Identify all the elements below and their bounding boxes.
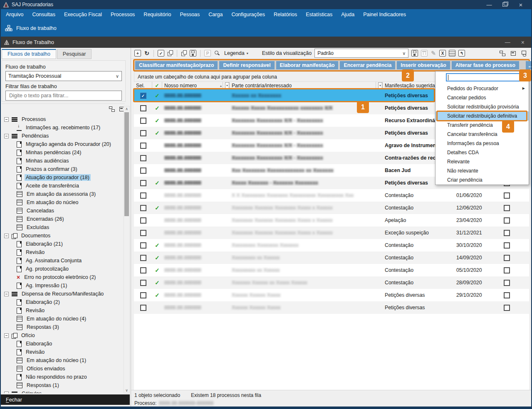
menu-item-arquivo[interactable]: Arquivo	[6, 12, 23, 17]
menu-item-informacoes-da-pessoa[interactable]: Informações da pessoa	[435, 139, 529, 148]
row-flag-checkbox[interactable]	[504, 205, 510, 211]
row-select-checkbox[interactable]	[140, 255, 146, 261]
tree-item-erro-no-protocolo-eletronico-2[interactable]: ×Erro no protocolo eletrônico (2)	[1, 273, 124, 281]
menu-item-estatisticas[interactable]: Estatísticas	[306, 12, 332, 17]
close-icon[interactable]: ×	[513, 0, 529, 9]
tree-item-atuacao-do-procurador-18[interactable]: Atuação do procurador (18)	[1, 173, 124, 182]
row-flag-checkbox[interactable]	[504, 242, 510, 249]
scroll-down-icon[interactable]: ∨	[124, 388, 129, 392]
context-menu-filter-input[interactable]	[446, 73, 522, 81]
menu-item-ajuda[interactable]: Ajuda	[341, 12, 354, 17]
row-flag-checkbox[interactable]	[504, 292, 510, 298]
tree-item-intimacoes-ag-recebimento-17[interactable]: Intimações ag. recebimento (17)	[1, 123, 124, 132]
tree-item-em-atuacao-do-nucleo-4[interactable]: Em atuação do núcleo (4)	[1, 315, 124, 323]
tree-item-respostas-3[interactable]: Respostas (3)	[1, 323, 124, 331]
tree-item-minhas-audiencias[interactable]: Minhas audiências	[1, 157, 124, 165]
tree-scrollbar[interactable]: ∧ ∨	[124, 106, 130, 393]
row-select-checkbox[interactable]	[140, 130, 146, 136]
tree-expander-icon[interactable]	[4, 117, 9, 122]
row-select-checkbox[interactable]	[140, 292, 146, 298]
expand-tree-icon[interactable]	[500, 50, 505, 56]
header-parte-contraria[interactable]: Parte contrária/interessado	[230, 82, 376, 89]
select-all-icon[interactable]: ✓	[158, 50, 164, 57]
menu-item-cancelar-transferencia[interactable]: Cancelar transferência	[435, 130, 529, 139]
row-select-checkbox[interactable]	[140, 267, 146, 273]
new-item-icon[interactable]: +	[134, 50, 141, 57]
tree-item-encerradas-26[interactable]: Encerradas (26)	[1, 215, 124, 223]
filter-dropdown-icon[interactable]: ▾	[378, 82, 382, 89]
tree-item-elaboracao-21[interactable]: Elaboração (21)	[1, 240, 124, 248]
tree-item-ag-impressao-1[interactable]: Ag. Impressão (1)	[1, 281, 124, 290]
row-select-checkbox[interactable]	[140, 168, 146, 174]
row-select-checkbox[interactable]	[140, 155, 146, 161]
menu-item-detalhes-cda[interactable]: Detalhes CDA	[435, 148, 529, 157]
menu-item-solicitar-redistribuicao-definitiva[interactable]: Solicitar redistribuição definitiva	[435, 111, 529, 121]
tree-item-elaboracao-2[interactable]: Elaboração (2)	[1, 298, 124, 306]
table-row[interactable]: ✓8888.88.888888Xxxxxxxx Xxxxxxx Xxxxxxxx…	[134, 202, 529, 214]
scrollbar-thumb[interactable]	[124, 112, 129, 216]
menu-item-execucao-fiscal[interactable]: Execução Fiscal	[64, 12, 102, 17]
menu-item-relevante[interactable]: Relevante	[435, 157, 529, 166]
tree-expander-icon[interactable]	[4, 333, 9, 338]
row-select-checkbox[interactable]	[140, 217, 146, 224]
tree-item-dispensa-de-recurso-manifestacao[interactable]: Dispensa de Recurso/Manifestação	[1, 290, 124, 298]
row-select-checkbox[interactable]	[140, 242, 146, 249]
row-flag-checkbox[interactable]	[504, 230, 510, 236]
scroll-up-icon[interactable]: ∧	[124, 107, 129, 111]
tree-item-excluidas[interactable]: Excluídas	[1, 223, 124, 232]
tree-item-nao-respondidos-no-prazo[interactable]: Não respondidos no prazo	[1, 373, 124, 381]
table-row[interactable]: ✓8888.88.888888Xxxxxxxxx xx XxxxxxContes…	[134, 251, 529, 264]
row-select-checkbox[interactable]	[140, 143, 146, 149]
tree-item-oficio[interactable]: Ofício	[1, 331, 124, 340]
menu-item-requisitorio[interactable]: Requisitório	[144, 12, 171, 17]
legenda-dropdown[interactable]: Legenda ▾	[224, 50, 248, 56]
filter-dropdown-icon[interactable]: ▾	[225, 82, 229, 89]
tree-expander-icon[interactable]	[4, 134, 9, 138]
header-status-check-icon[interactable]: ✓	[152, 82, 162, 89]
fechar-button[interactable]: Fechar	[1, 394, 130, 405]
tree-item-ag-protocolizacao[interactable]: Ag. protocolização	[1, 265, 124, 273]
menu-item-cancelar-pedidos[interactable]: Cancelar pedidos	[435, 93, 529, 102]
menu-item-carga[interactable]: Carga	[208, 12, 223, 17]
minimize-icon[interactable]: —	[481, 0, 497, 9]
tree-item-em-atuacao-da-assessoria-3[interactable]: Em atuação da assessoria (3)	[1, 190, 124, 198]
tree-item-ag-assinatura-conjunta[interactable]: Ag. Assinatura Conjunta	[1, 256, 124, 265]
table-row[interactable]: ✓8888.88.888888Xxxxxxxxx xx XxxxxxContes…	[134, 264, 529, 276]
inner-minimize-icon[interactable]: —	[505, 39, 510, 46]
row-flag-checkbox[interactable]	[504, 255, 510, 261]
action-more-button[interactable]: ...	[526, 61, 532, 69]
style-select[interactable]: Padrão ∨	[314, 49, 408, 58]
menu-item-consultas[interactable]: Consultas	[32, 12, 55, 17]
menu-item-solicitar-redistribuicao-provisoria[interactable]: Solicitar redistribuição provisória	[435, 102, 529, 111]
excel-export-icon[interactable]: X	[439, 50, 446, 57]
tree-item-processos[interactable]: Processos	[1, 115, 124, 123]
row-flag-checkbox[interactable]	[504, 192, 510, 199]
row-flag-checkbox[interactable]	[504, 267, 510, 273]
menu-item-painel-indicadores[interactable]: Painel Indicadores	[363, 12, 406, 17]
view-filter-icon[interactable]	[521, 50, 527, 56]
header-nosso-numero[interactable]: Nosso número▴	[162, 82, 223, 89]
row-select-checkbox[interactable]	[140, 305, 146, 311]
collapse-card-icon[interactable]	[510, 50, 516, 56]
table-row[interactable]: 8888.88.888888Xxxxxx Xxxxxx XxxxxPetiçõe…	[134, 301, 529, 314]
menu-item-nao-relevante[interactable]: Não relevante	[435, 166, 529, 175]
tree-item-elaboracao[interactable]: Elaboração	[1, 340, 124, 348]
menu-item-relatorios[interactable]: Relatórios	[274, 12, 297, 17]
table-row[interactable]: 8888.88.888888Xxxxxxxx Xxxxxxx Xxxxxxxx …	[134, 214, 529, 227]
tree-item-prazos-a-confirmar-3[interactable]: Prazos a confirmar (3)	[1, 165, 124, 173]
table-row[interactable]: ✓8888.88.888888Xxxxxxx Xxxxxx xx Xxxxx X…	[134, 276, 529, 289]
tab-pesquisar[interactable]: Pesquisar	[57, 49, 92, 59]
tree-item-oficios-enviados[interactable]: Ofícios enviados	[1, 365, 124, 373]
flow-select[interactable]: Tramitação Processual ∨	[5, 71, 122, 81]
tree-item-respostas-1[interactable]: Respostas (1)	[1, 381, 124, 389]
send-window-icon[interactable]: ↰	[458, 50, 465, 57]
quickbar-fluxo-de-trabalho[interactable]: Fluxo de trabalho	[0, 20, 532, 37]
action-button-definir-responsavel[interactable]: Definir responsável	[219, 61, 274, 69]
header-parte-filter[interactable]: ▾	[376, 82, 383, 89]
tree-item-em-atuacao-do-nucleo-1[interactable]: Em atuação do núcleo (1)	[1, 356, 124, 365]
search-zoom-icon[interactable]	[214, 50, 220, 56]
row-select-checkbox[interactable]	[140, 192, 146, 199]
tree-item-minhas-pendencias-24[interactable]: Minhas pendências (24)	[1, 148, 124, 157]
report-icon[interactable]	[449, 50, 455, 57]
action-button-encerrar-pendencia[interactable]: Encerrar pendência	[340, 61, 395, 69]
